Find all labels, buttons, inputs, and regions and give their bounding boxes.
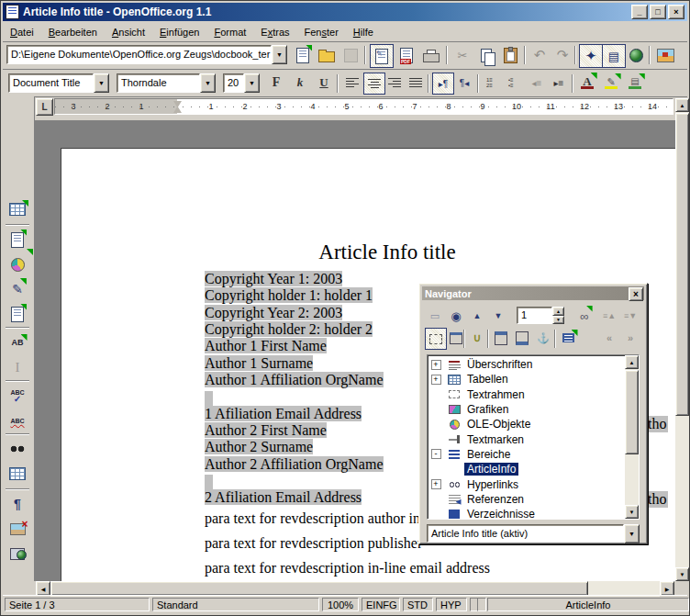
tree-item-label[interactable]: Überschriften (464, 358, 535, 371)
tree-item-label[interactable]: Verzeichnisse (464, 508, 538, 520)
listbox-onoff-button[interactable] (558, 328, 578, 348)
promote-chapter-button[interactable]: ≡▲ (599, 306, 619, 326)
field-text[interactable]: Author 1 Affiliation OrgName (205, 372, 384, 387)
status-insert-mode[interactable]: EINFG (362, 598, 400, 611)
redo-button[interactable]: ↷ (551, 44, 573, 66)
graphics-onoff-button[interactable] (6, 517, 29, 541)
previous-object-button[interactable]: ▲ (467, 306, 487, 326)
insert-table-button[interactable] (6, 197, 29, 221)
tree-item-label[interactable]: Grafiken (464, 403, 511, 416)
font-field[interactable]: Thorndale (117, 73, 200, 93)
drag-mode-button[interactable] (425, 328, 447, 350)
tree-item-label[interactable]: Textrahmen (464, 388, 528, 401)
tree-item-bereiche[interactable]: -Bereiche (428, 447, 625, 462)
menu-einfgen[interactable]: Einfügen (152, 24, 206, 40)
style-combo[interactable]: Document Title ▼ (8, 73, 109, 93)
stylist-button[interactable]: ▤ (602, 44, 626, 68)
document-heading[interactable]: Article Info title (172, 241, 603, 264)
field-text[interactable]: Author 2 First Name (205, 422, 327, 438)
tree-item-referenzen[interactable]: Referenzen (428, 492, 625, 507)
direct-cursor-button[interactable]: I (6, 355, 29, 379)
set-reminder-button[interactable]: ∪ (467, 328, 487, 348)
tree-item-label[interactable]: Textmarken (464, 433, 527, 446)
menu-extras[interactable]: Extras (253, 24, 296, 40)
title-bar[interactable]: Article Info title - OpenOffice.org 1.1 … (3, 3, 687, 21)
tree-item-label[interactable]: Hyperlinks (464, 478, 521, 491)
style-field[interactable]: Document Title (8, 73, 94, 93)
expand-plus-icon[interactable]: + (431, 360, 441, 370)
paragraph-background-button[interactable]: ▤ (625, 73, 645, 93)
scroll-down-button[interactable]: ▼ (675, 567, 689, 581)
edit-file-button[interactable]: ✎ (370, 44, 394, 68)
document-paragraph-line[interactable]: para text for revdescription in-line ema… (205, 555, 675, 580)
hyperlink-bar-button[interactable] (625, 44, 647, 66)
page-number-spinner[interactable]: 1 ▲ ▼ (517, 307, 564, 324)
collapse-minus-icon[interactable]: - (431, 449, 441, 459)
navigator-close-button[interactable]: × (629, 287, 643, 301)
status-selection-mode[interactable]: STD (403, 598, 433, 611)
page-number-field[interactable]: 1 (517, 307, 552, 324)
find-button[interactable] (6, 437, 29, 461)
spellcheck-button[interactable]: ABC✓ (6, 384, 29, 408)
field-text[interactable]: Copyright holder 1: holder 1 (205, 287, 373, 303)
gallery-button[interactable] (654, 44, 676, 66)
bullet-list-button[interactable]: •≡ •≡ (505, 73, 525, 93)
copy-button[interactable] (475, 44, 497, 66)
url-field[interactable]: D:\Eigene Dokumente\OpenOffice.org Zeugs… (6, 45, 272, 64)
tree-scrollbar-thumb[interactable] (625, 370, 639, 454)
field-text[interactable]: Copyright holder 2: holder 2 (205, 321, 373, 337)
navigator-document-selector[interactable]: Article Info title (aktiv) ▼ (427, 524, 640, 543)
tree-item-grafiken[interactable]: Grafiken (428, 402, 625, 417)
tree-item-textrahmen[interactable]: Textrahmen (428, 387, 625, 402)
header-button[interactable] (491, 328, 511, 348)
export-pdf-button[interactable]: PDF (395, 44, 417, 66)
field-text[interactable]: 1 Afiliation Email Address (205, 406, 362, 421)
field-stub[interactable] (205, 391, 213, 406)
font-color-button[interactable]: A (577, 73, 597, 93)
underline-button[interactable]: U (314, 73, 334, 93)
tree-scroll-up-button[interactable]: ▲ (625, 355, 639, 369)
expand-plus-icon[interactable]: + (431, 375, 441, 385)
draw-functions-button[interactable]: ✎ (6, 277, 29, 301)
fontsize-field[interactable]: 20 (223, 73, 244, 93)
tree-item-label[interactable]: OLE-Objekte (464, 418, 533, 431)
navigator-toggle-button[interactable]: ▭ (425, 306, 445, 326)
tree-item-label[interactable]: Tabellen (464, 373, 511, 386)
tree-item-oleobjekte[interactable]: OLE-Objekte (428, 417, 625, 431)
minimize-button[interactable]: _ (631, 5, 648, 19)
navigation-button[interactable]: ◉ (446, 306, 466, 326)
insert-object-button[interactable] (6, 252, 29, 276)
navigator-title-bar[interactable]: Navigator × (422, 286, 644, 300)
navigator-button[interactable]: ✦ (579, 44, 603, 68)
bold-button[interactable]: F (266, 73, 286, 93)
fontsize-combo[interactable]: 20 ▼ (223, 73, 260, 93)
spin-up-icon[interactable]: ▲ (552, 307, 564, 316)
scroll-left-button[interactable]: ◀ (36, 581, 50, 596)
navigator-tree-scrollbar[interactable]: ▲ ▼ (625, 355, 639, 519)
scroll-up-button[interactable]: ▲ (675, 98, 689, 112)
tree-item-berschriften[interactable]: +Überschriften (428, 357, 625, 372)
menu-datei[interactable]: Datei (3, 24, 41, 40)
tree-item-textmarken[interactable]: Textmarken (428, 431, 625, 446)
open-button[interactable] (316, 44, 338, 66)
align-left-button[interactable] (342, 73, 362, 93)
vertical-scrollbar-thumb[interactable] (675, 113, 689, 416)
online-layout-button[interactable] (6, 542, 29, 566)
nonprinting-characters-button[interactable]: ¶ (6, 492, 29, 516)
tree-item-verzeichnisse[interactable]: Verzeichnisse (428, 507, 625, 520)
tree-item-label[interactable]: Bereiche (464, 448, 513, 461)
footer-button[interactable] (512, 328, 532, 348)
close-button[interactable]: × (668, 5, 684, 19)
next-object-button[interactable]: ▼ (488, 306, 508, 326)
new-document-button[interactable] (292, 44, 314, 66)
field-text[interactable]: 2 Afiliation Email Address (205, 489, 362, 505)
rtl-button[interactable]: ¶◂ (454, 73, 474, 93)
horizontal-scrollbar-thumb[interactable] (50, 581, 588, 596)
field-text[interactable]: Copyright Year 1: 2003 (205, 271, 342, 286)
menu-fenster[interactable]: Fenster (297, 24, 346, 40)
cut-button[interactable]: ✂ (451, 44, 473, 66)
tree-item-hyperlinks[interactable]: +Hyperlinks (428, 476, 625, 491)
font-combo[interactable]: Thorndale ▼ (117, 73, 216, 93)
navigator-document-dropdown-button[interactable]: ▼ (624, 524, 640, 543)
demote-chapter-button[interactable]: ≡▼ (620, 306, 640, 326)
